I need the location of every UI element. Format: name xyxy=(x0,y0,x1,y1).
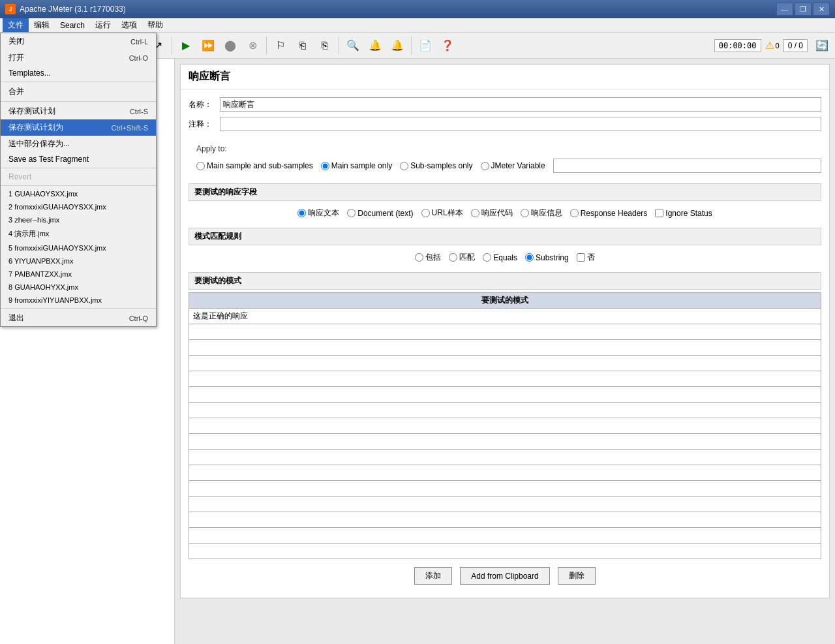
menu-close[interactable]: 关闭 Ctrl-L xyxy=(1,33,156,50)
field-response-headers[interactable]: Response Headers xyxy=(570,209,648,218)
menu-save-partial[interactable]: 送中部分保存为... xyxy=(1,136,156,152)
menu-file[interactable]: 文件 xyxy=(3,18,29,32)
name-label: 名称： xyxy=(189,99,215,110)
menu-run[interactable]: 运行 xyxy=(90,18,116,32)
apply-to-group: Main sample and sub-samples Main sample … xyxy=(196,156,821,176)
field-url[interactable]: URL样本 xyxy=(421,207,463,219)
panel-title: 响应断言 xyxy=(181,65,829,89)
toolbar-stop-button[interactable]: ⬤ xyxy=(220,35,241,56)
panel: 响应断言 名称： 注释： Apply to: xyxy=(180,64,830,598)
menu-save-fragment[interactable]: Save as Test Fragment xyxy=(1,152,156,166)
test-field-group: 响应文本 Document (text) URL样本 响应代码 xyxy=(189,204,821,222)
add-button[interactable]: 添加 xyxy=(414,567,452,585)
toolbar-search-button[interactable]: 🔍 xyxy=(342,35,363,56)
menu-revert: Revert xyxy=(1,170,156,184)
table-row-empty-14 xyxy=(189,528,821,544)
toolbar-separator-3 xyxy=(172,37,172,55)
rule-substring[interactable]: Substring xyxy=(525,253,569,262)
toolbar-start-button[interactable]: ▶ xyxy=(175,35,196,56)
apply-to-section: Apply to: Main sample and sub-samples Ma… xyxy=(189,136,821,178)
menu-help[interactable]: 帮助 xyxy=(142,18,168,32)
toolbar-clear-button[interactable]: 🔔 xyxy=(365,35,386,56)
menu-recent-8[interactable]: 8 GUAHAOHYXX.jmx xyxy=(1,281,156,294)
table-row-empty-2 xyxy=(189,340,821,356)
menu-recent-5[interactable]: 5 fromxxixiGUAHAOYSXX.jmx xyxy=(1,241,156,254)
delete-button[interactable]: 删除 xyxy=(558,567,596,585)
table-row-empty-12 xyxy=(189,497,821,512)
toolbar-start-no-pause-button[interactable]: ⏩ xyxy=(198,35,219,56)
name-input[interactable] xyxy=(220,97,821,112)
apply-jmeter-var[interactable]: JMeter Variable xyxy=(481,161,545,170)
minimize-button[interactable]: — xyxy=(776,3,793,16)
close-button[interactable]: ✕ xyxy=(813,3,830,16)
separator-2 xyxy=(1,101,156,102)
toolbar-info-button[interactable]: 🔄 xyxy=(812,35,832,56)
table-row[interactable]: 这是正确的响应 xyxy=(189,309,821,324)
toolbar-clear-all-button[interactable]: 🔔 xyxy=(387,35,408,56)
field-response-message[interactable]: 响应信息 xyxy=(521,207,562,219)
rule-not[interactable]: 否 xyxy=(577,252,595,263)
menu-exit[interactable]: 退出 Ctrl-Q xyxy=(1,310,156,326)
menu-recent-7[interactable]: 7 PAIBANTZXX.jmx xyxy=(1,268,156,281)
panel-content: 名称： 注释： Apply to: Main sample and sub-sa… xyxy=(181,89,829,598)
toolbar-remote-stop-button[interactable]: ⎗ xyxy=(292,35,313,56)
rule-contains[interactable]: 包括 xyxy=(415,252,441,263)
comment-label: 注释： xyxy=(189,119,215,130)
jmeter-var-input[interactable] xyxy=(553,159,821,173)
menu-recent-1[interactable]: 1 GUAHAOYSXX.jmx xyxy=(1,187,156,200)
toolbar-shutdown-button[interactable]: ⊗ xyxy=(242,35,263,56)
field-response-text[interactable]: 响应文本 xyxy=(297,207,339,219)
apply-main-sub[interactable]: Main sample and sub-samples xyxy=(196,161,313,170)
menu-edit[interactable]: 编辑 xyxy=(29,18,55,32)
field-response-code[interactable]: 响应代码 xyxy=(471,207,513,219)
menu-recent-6[interactable]: 6 YIYUANPBXX.jmx xyxy=(1,254,156,268)
comment-input[interactable] xyxy=(220,117,821,131)
menu-search[interactable]: Search xyxy=(55,18,90,32)
field-ignore-status[interactable]: Ignore Status xyxy=(655,209,712,218)
toolbar-list-button[interactable]: 📄 xyxy=(415,35,436,56)
table-row-empty-4 xyxy=(189,371,821,387)
test-patterns-col-header: 要测试的模式 xyxy=(189,293,821,309)
apply-main-only[interactable]: Main sample only xyxy=(321,161,392,170)
file-dropdown-menu: 关闭 Ctrl-L 打开 Ctrl-O Templates... 合并 保存测试… xyxy=(0,33,157,327)
warning-badge: ⚠ 0 xyxy=(765,39,780,52)
timer-display: 00:00:00 xyxy=(714,39,761,52)
separator-4 xyxy=(1,185,156,186)
menu-merge[interactable]: 合并 xyxy=(1,84,156,100)
toolbar-remote-exit-button[interactable]: ⎘ xyxy=(314,35,335,56)
apply-sub-only[interactable]: Sub-samples only xyxy=(400,161,472,170)
menu-templates[interactable]: Templates... xyxy=(1,66,156,80)
name-row: 名称： xyxy=(189,97,821,112)
pattern-value[interactable]: 这是正确的响应 xyxy=(189,309,821,324)
field-document-text[interactable]: Document (text) xyxy=(347,209,413,218)
content-area: 响应断言 名称： 注释： Apply to: xyxy=(175,59,835,644)
toolbar-remote-start-button[interactable]: ⚐ xyxy=(270,35,291,56)
toolbar-separator-6 xyxy=(411,37,412,55)
menu-open[interactable]: 打开 Ctrl-O xyxy=(1,50,156,66)
pattern-rules-label: 模式匹配规则 xyxy=(189,228,821,245)
menu-recent-2[interactable]: 2 fromxxixiGUAHAOYSXX.jmx xyxy=(1,200,156,213)
menu-save[interactable]: 保存测试计划 Ctrl-S xyxy=(1,103,156,119)
menu-options[interactable]: 选项 xyxy=(116,18,142,32)
rule-matches[interactable]: 匹配 xyxy=(449,252,475,263)
toolbar-separator-5 xyxy=(339,37,339,55)
table-row-empty-8 xyxy=(189,434,821,450)
pattern-rules-group: 包括 匹配 Equals Substring xyxy=(189,248,821,267)
menu-recent-9[interactable]: 9 fromxxixiYIYUANPBXX.jmx xyxy=(1,294,156,307)
test-patterns-label: 要测试的模式 xyxy=(189,272,821,290)
toolbar-help-button[interactable]: ❓ xyxy=(437,35,458,56)
add-from-clipboard-button[interactable]: Add from Clipboard xyxy=(460,567,549,585)
table-row-empty-13 xyxy=(189,512,821,528)
counter-display: 0 / 0 xyxy=(783,39,808,52)
menu-recent-4[interactable]: 4 演示用.jmx xyxy=(1,226,156,241)
table-row-empty-15 xyxy=(189,544,821,559)
bottom-buttons: 添加 Add from Clipboard 删除 xyxy=(189,562,821,590)
menu-save-as[interactable]: 保存测试计划为 Ctrl+Shift-S xyxy=(1,119,156,136)
rule-equals[interactable]: Equals xyxy=(483,253,517,262)
table-row-empty-9 xyxy=(189,450,821,465)
table-row-empty-7 xyxy=(189,418,821,434)
restore-button[interactable]: ❐ xyxy=(795,3,812,16)
menu-recent-3[interactable]: 3 zheer--his.jmx xyxy=(1,213,156,226)
warning-icon: ⚠ xyxy=(765,39,774,52)
title-bar-controls: — ❐ ✕ xyxy=(776,3,830,16)
